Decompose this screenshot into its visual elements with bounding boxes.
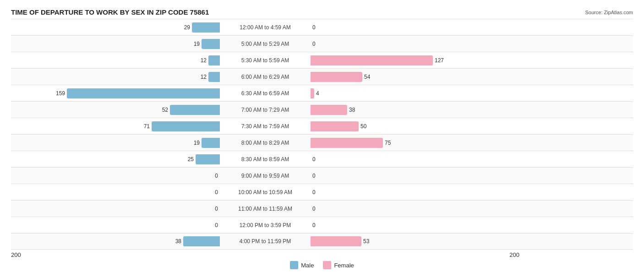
female-value: 0 xyxy=(312,189,325,196)
axis-left-label: 200 xyxy=(11,251,21,258)
female-swatch xyxy=(323,261,331,269)
female-bar xyxy=(311,121,359,131)
left-side: 0 xyxy=(11,184,222,200)
table-row: 52 7:00 AM to 7:29 AM 38 xyxy=(11,101,633,118)
male-swatch xyxy=(290,261,298,269)
male-bar xyxy=(192,22,220,33)
male-value: 52 xyxy=(155,107,168,113)
male-bar xyxy=(67,88,220,98)
left-side: 0 xyxy=(11,217,222,233)
male-bar xyxy=(202,138,220,148)
male-bar xyxy=(208,72,220,82)
male-value: 29 xyxy=(177,24,190,31)
left-side: 71 xyxy=(11,118,222,134)
table-row: 12 5:30 AM to 5:59 AM 127 xyxy=(11,52,633,68)
axis-right: 200 xyxy=(309,251,519,258)
male-value: 19 xyxy=(187,41,200,47)
table-row: 71 7:30 AM to 7:59 AM 50 xyxy=(11,118,633,134)
right-side: 4 xyxy=(309,85,519,101)
right-side: 0 xyxy=(309,168,519,184)
time-label: 11:00 AM to 11:59 AM xyxy=(222,206,309,212)
legend: Male Female xyxy=(11,261,633,269)
left-side: 0 xyxy=(11,201,222,217)
axis-row: 200 200 xyxy=(11,251,633,258)
table-row: 29 12:00 AM to 4:59 AM 0 xyxy=(11,19,633,35)
table-row: 19 5:00 AM to 5:29 AM 0 xyxy=(11,35,633,52)
female-value: 4 xyxy=(316,90,329,97)
female-label: Female xyxy=(334,262,354,269)
female-value: 0 xyxy=(312,222,325,228)
female-bar xyxy=(311,88,314,98)
axis-left: 200 xyxy=(11,251,222,258)
left-side: 52 xyxy=(11,102,222,118)
table-row: 19 8:00 AM to 8:29 AM 75 xyxy=(11,134,633,151)
female-bar xyxy=(311,138,383,148)
left-side: 159 xyxy=(11,85,222,101)
male-bar xyxy=(208,55,220,65)
male-value: 0 xyxy=(205,189,218,196)
male-value: 19 xyxy=(187,140,200,146)
male-value: 38 xyxy=(169,238,181,245)
table-row: 38 4:00 PM to 11:59 PM 53 xyxy=(11,233,633,250)
right-side: 53 xyxy=(309,234,519,249)
right-side: 0 xyxy=(309,151,519,167)
table-row: 0 11:00 AM to 11:59 AM 0 xyxy=(11,200,633,217)
rows-area: 29 12:00 AM to 4:59 AM 0 19 5:00 AM to 5… xyxy=(11,19,633,250)
female-value: 0 xyxy=(312,41,325,47)
time-label: 5:30 AM to 5:59 AM xyxy=(222,57,309,64)
right-side: 0 xyxy=(309,36,519,52)
time-label: 4:00 PM to 11:59 PM xyxy=(222,238,309,245)
left-side: 19 xyxy=(11,36,222,52)
female-bar xyxy=(311,105,347,115)
table-row: 0 9:00 AM to 9:59 AM 0 xyxy=(11,167,633,184)
male-value: 159 xyxy=(52,90,65,97)
right-side: 54 xyxy=(309,69,519,85)
table-row: 12 6:00 AM to 6:29 AM 54 xyxy=(11,68,633,85)
time-label: 10:00 AM to 10:59 AM xyxy=(222,189,309,196)
male-bar xyxy=(152,121,220,131)
male-label: Male xyxy=(301,262,314,269)
female-bar xyxy=(311,72,362,82)
time-label: 12:00 AM to 4:59 AM xyxy=(222,24,309,31)
female-bar xyxy=(311,236,361,246)
left-side: 29 xyxy=(11,19,222,35)
female-bar xyxy=(311,55,433,65)
legend-male: Male xyxy=(290,261,314,269)
right-side: 38 xyxy=(309,102,519,118)
male-value: 0 xyxy=(205,173,218,179)
female-value: 50 xyxy=(360,123,373,130)
male-value: 12 xyxy=(194,57,207,64)
male-bar xyxy=(170,105,220,115)
time-label: 9:00 AM to 9:59 AM xyxy=(222,173,309,179)
right-side: 75 xyxy=(309,135,519,151)
time-label: 7:30 AM to 7:59 AM xyxy=(222,123,309,130)
left-side: 12 xyxy=(11,69,222,85)
left-side: 19 xyxy=(11,135,222,151)
legend-female: Female xyxy=(323,261,354,269)
chart-container: TIME OF DEPARTURE TO WORK BY SEX IN ZIP … xyxy=(0,0,644,272)
time-label: 7:00 AM to 7:29 AM xyxy=(222,107,309,113)
male-value: 71 xyxy=(137,123,150,130)
left-side: 25 xyxy=(11,151,222,167)
male-bar xyxy=(196,154,220,164)
left-side: 12 xyxy=(11,52,222,68)
time-label: 6:00 AM to 6:29 AM xyxy=(222,74,309,80)
time-label: 5:00 AM to 5:29 AM xyxy=(222,41,309,47)
axis-right-label: 200 xyxy=(509,251,519,258)
female-value: 127 xyxy=(435,57,448,64)
female-value: 0 xyxy=(312,156,325,163)
right-side: 0 xyxy=(309,184,519,200)
right-side: 0 xyxy=(309,19,519,35)
female-value: 0 xyxy=(312,24,325,31)
female-value: 0 xyxy=(312,173,325,179)
time-label: 8:00 AM to 8:29 AM xyxy=(222,140,309,146)
female-value: 75 xyxy=(385,140,398,146)
male-value: 0 xyxy=(205,206,218,212)
right-side: 0 xyxy=(309,201,519,217)
female-value: 0 xyxy=(312,206,325,212)
left-side: 0 xyxy=(11,168,222,184)
male-bar xyxy=(202,39,220,49)
male-value: 0 xyxy=(205,222,218,228)
left-side: 38 xyxy=(11,234,222,249)
right-side: 0 xyxy=(309,217,519,233)
